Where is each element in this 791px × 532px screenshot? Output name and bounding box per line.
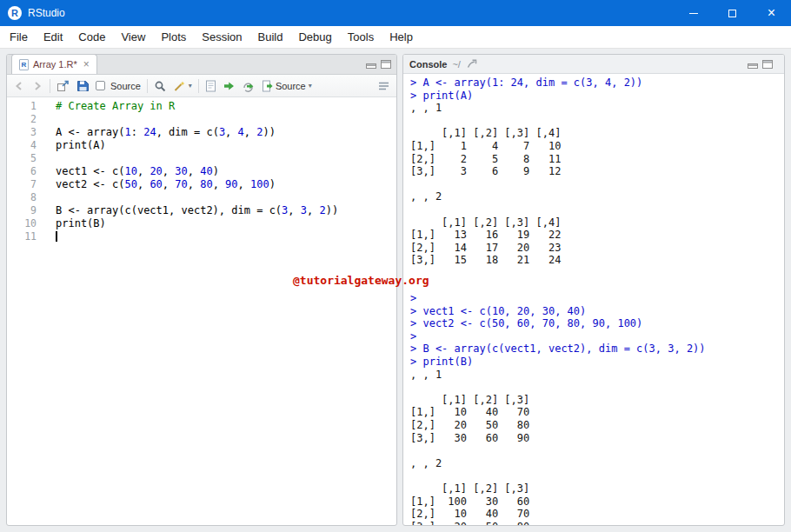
console-pane: Console ~/ > A <- array(1: 24, dim = c(3… [402,54,785,526]
console-line: > [410,330,784,343]
maximize-button[interactable] [713,0,752,26]
console-working-directory: ~/ [452,59,460,70]
console-line: > print(A) [410,90,784,103]
menu-view[interactable]: View [113,26,153,49]
editor-code[interactable]: # Create Array in RA <- array(1: 24, dim… [42,100,396,525]
console-line: [2,] 14 17 20 23 [410,242,784,255]
console-line [410,178,784,191]
compile-report-icon[interactable] [203,78,219,94]
editor-line[interactable]: # Create Array in R [56,100,396,113]
console-line: > B <- array(c(vect1, vect2), dim = c(3,… [410,342,784,356]
line-number: 8 [7,191,37,204]
pane-minimize-icon[interactable] [748,57,758,72]
source-toolbar: Source ▾ Source ▾ [7,75,396,97]
console-line: [3,] 20 50 80 [410,521,784,525]
toolbar-separator [198,79,199,93]
console-line [410,267,784,280]
menu-help[interactable]: Help [382,26,421,49]
window-title: RStudio [28,7,65,19]
menu-build[interactable]: Build [250,26,291,49]
source-on-save-label: Source [110,81,141,91]
tab-label: Array 1.R* [33,59,77,70]
editor-line[interactable] [56,191,396,204]
back-icon[interactable] [10,78,28,94]
pane-maximize-icon[interactable] [381,57,391,72]
line-number: 10 [7,217,37,230]
console-line: [1,] 10 40 70 [410,406,784,419]
line-number: 4 [7,139,37,152]
document-outline-icon[interactable] [375,79,393,93]
checkbox-icon [96,81,105,90]
console-line: > [410,292,784,305]
editor-line[interactable]: A <- array(1: 24, dim = c(3, 4, 2)) [56,126,396,139]
source-menu-label: Source [276,81,306,91]
code-tools-icon[interactable]: ▾ [170,78,195,94]
editor-line[interactable]: vect1 <- c(10, 20, 30, 40) [56,165,396,178]
line-number: 3 [7,126,37,139]
menu-debug[interactable]: Debug [290,26,339,49]
editor-line[interactable]: print(B) [56,217,396,230]
line-number: 7 [7,178,37,191]
run-icon[interactable] [220,78,238,94]
find-replace-icon[interactable] [151,78,170,94]
line-number: 2 [7,113,37,126]
source-pane-caps [361,57,396,72]
console-line: , , 1 [410,102,784,115]
console-line [410,115,784,128]
editor-line[interactable] [56,113,396,126]
console-line: [1,] 13 16 19 22 [410,229,784,242]
console-line [410,381,784,394]
line-number: 5 [7,152,37,165]
tab-array-1[interactable]: R Array 1.R* × [11,54,97,74]
editor-line[interactable]: B <- array(c(vect1, vect2), dim = c(3, 3… [56,204,396,217]
editor-line[interactable]: vect2 <- c(50, 60, 70, 80, 90, 100) [56,178,396,191]
console-line [410,280,784,293]
menu-session[interactable]: Session [194,26,249,49]
rstudio-window: R RStudio × FileEditCodeViewPlotsSession… [0,0,791,532]
menu-bar: FileEditCodeViewPlotsSessionBuildDebugTo… [0,26,791,49]
menu-plots[interactable]: Plots [153,26,194,49]
minimize-button[interactable] [674,0,713,26]
console-line: [3,] 30 60 90 [410,432,784,445]
editor-line[interactable]: print(A) [56,139,396,152]
r-file-icon: R [19,59,29,70]
close-button[interactable]: × [752,0,791,26]
source-menu-button[interactable]: Source ▾ [259,78,315,94]
console-line: [,1] [,2] [,3] [410,394,784,407]
rerun-icon[interactable] [239,78,258,94]
tab-close-icon[interactable]: × [83,58,90,70]
open-in-new-window-icon[interactable] [54,78,73,94]
minimize-icon [689,13,698,14]
console-line: [2,] 20 50 80 [410,419,784,432]
console-line: [2,] 2 5 8 11 [410,153,784,166]
console-line: [,1] [,2] [,3] [,4] [410,216,784,229]
forward-icon[interactable] [29,78,46,94]
editor[interactable]: 1234567891011 # Create Array in RA <- ar… [7,97,396,525]
line-number: 9 [7,204,37,217]
workspace: R Array 1.R* × Source [0,49,791,532]
editor-line[interactable] [56,230,396,243]
console-line [410,203,784,216]
pane-maximize-icon[interactable] [762,57,773,72]
save-icon[interactable] [74,78,92,94]
console-line: > print(B) [410,356,784,369]
maximize-icon [728,10,736,17]
menu-edit[interactable]: Edit [36,26,70,49]
editor-line[interactable] [56,152,396,165]
editor-gutter: 1234567891011 [7,100,42,525]
console-line: > A <- array(1: 24, dim = c(3, 4, 2)) [410,76,784,90]
console-title: Console [409,59,447,70]
menu-file[interactable]: File [2,26,36,49]
console-line: [3,] 15 18 21 24 [410,254,784,267]
console-line [410,444,784,457]
console-popout-icon[interactable] [466,57,477,72]
menu-code[interactable]: Code [70,26,113,49]
console-output[interactable]: > A <- array(1: 24, dim = c(3, 4, 2))> p… [403,74,784,525]
menu-tools[interactable]: Tools [340,26,382,49]
console-line: [,1] [,2] [,3] [,4] [410,127,784,140]
source-on-save-checkbox[interactable]: Source [93,79,143,93]
watermark: @tutorialgateway.org [293,274,429,287]
console-line [410,469,784,482]
pane-minimize-icon[interactable] [366,57,376,72]
text-cursor [56,231,57,242]
